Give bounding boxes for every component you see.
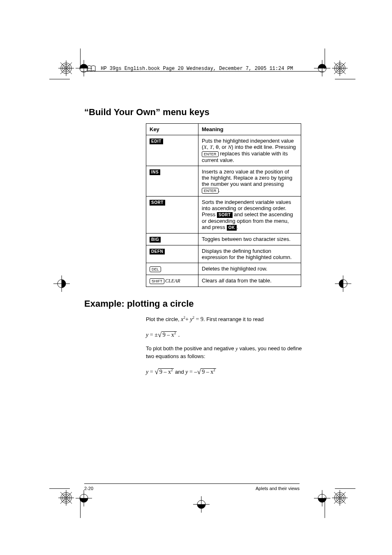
text-italic: all [219,278,224,284]
table-row: SORT Sorts the independent variable valu… [146,197,301,234]
print-rosette-icon [58,60,75,77]
text: , [207,144,210,150]
print-rosette-icon [331,489,348,506]
softkey-defn: DEFN [150,249,165,254]
footer-chapter-title: Aplets and their views [256,486,300,491]
crop-line [325,49,325,69]
variable-t: T [210,144,213,150]
table-cell-meaning: Inserts a zero value at the position of … [198,166,301,197]
table-row: BIG Toggles between two character sizes. [146,234,301,245]
example-line1: Plot the circle, x2+ y2 = 9. First rearr… [146,315,302,324]
text: ) into the edit line. Pressing [231,144,296,150]
softkey-edit: EDIT [150,139,163,144]
softkey-ok: OK [227,225,237,231]
registration-mark-icon [193,496,215,518]
text: . First rearrange it to read [203,316,264,322]
menu-keys-table: Key Meaning EDIT Puts the highlighted in… [146,123,301,287]
text: Plot the circle, [146,316,181,322]
variable-n: N [228,144,232,150]
crop-line [80,497,81,518]
registration-mark-icon [335,275,357,298]
print-rosette-icon [58,489,75,506]
table-cell-meaning: Puts the highlighted independent value (… [198,135,301,166]
table-cell-meaning: Clears all data from the table. [198,275,301,287]
print-metadata-text: HP 39gs English.book Page 20 Wednesday, … [101,66,293,72]
crop-line [335,79,355,79]
table-header-key: Key [146,124,198,135]
text: . [237,224,238,230]
shift-label-clear: CLEAR [165,278,180,284]
table-row: SHIFTCLEAR Clears all data from the tabl… [146,275,301,287]
text: To plot both the positive and negative [146,345,235,352]
section-heading-example: Example: plotting a circle [84,298,302,309]
crop-line [49,488,70,489]
section-heading-menu-keys: “Build Your Own” menu keys [84,107,302,118]
text: data from the table. [224,278,272,284]
table-cell-meaning: Toggles between two character sizes. [198,234,301,245]
table-cell-meaning: Displays the defining function expressio… [198,245,301,263]
print-metadata: HP 39gs English.book Page 20 Wednesday, … [86,65,293,72]
book-icon [86,65,96,72]
hardkey-enter: ENTER [202,188,219,194]
hardkey-enter: ENTER [202,151,219,157]
text: Clears [202,278,219,284]
crop-line [80,49,81,69]
equation-circle: x2+ y2 = 9 [181,316,203,322]
equation-y-plusminus: y = ±√9 – x2 . [146,329,302,340]
hardkey-del: DEL [150,266,161,272]
print-rosette-icon [331,60,348,77]
softkey-ins: INS [150,169,160,175]
footer-rule [84,483,300,484]
table-header-meaning: Meaning [198,124,301,135]
table-row: EDIT Puts the highlighted independent va… [146,135,301,166]
softkey-big: BIG [150,237,161,243]
example-line2: To plot both the positive and negative y… [146,345,302,361]
crop-line [335,488,355,489]
footer-page-number: 2-20 [84,486,93,491]
hardkey-shift: SHIFT [150,278,164,284]
table-cell-meaning: Sorts the independent variable values in… [198,197,301,234]
text: Inserts a zero value at the position of … [202,169,292,187]
table-row: DEFN Displays the defining function expr… [146,245,301,263]
crop-line [325,497,325,518]
softkey-sort-inline: SORT [217,212,233,218]
equation-pair: y = √9 – x2 and y = –√9 – x2 [146,366,302,377]
text: , θ, or [213,144,228,150]
table-row: INS Inserts a zero value at the position… [146,166,301,197]
registration-mark-icon [76,490,98,512]
crop-line [49,79,70,79]
table-row: DEL Deletes the highlighted row. [146,263,301,275]
text: . [219,187,220,193]
softkey-sort: SORT [150,200,165,206]
example-body: Plot the circle, x2+ y2 = 9. First rearr… [146,315,302,377]
table-cell-meaning: Deletes the highlighted row. [198,263,301,275]
registration-mark-icon [53,275,76,298]
